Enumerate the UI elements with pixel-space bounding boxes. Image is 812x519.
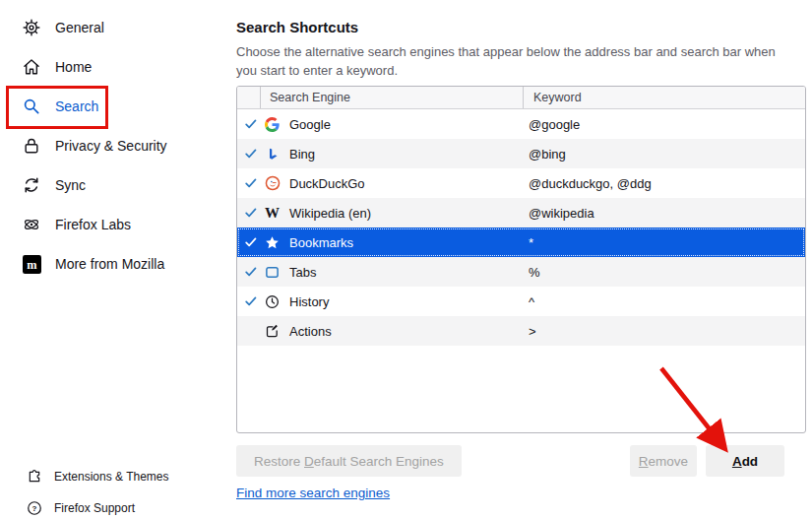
page-title: Search Shortcuts [236, 19, 358, 35]
restore-defaults-button[interactable]: Restore Default Search Engines [236, 445, 462, 477]
engine-name: History [289, 294, 529, 309]
actions-icon [265, 324, 289, 339]
sidebar-item-label: General [55, 20, 104, 35]
sidebar-item-label: Sync [55, 177, 86, 193]
engine-name: Bookmarks [289, 235, 529, 250]
sidebar-item-label: Privacy & Security [55, 138, 167, 154]
atom-icon [21, 214, 42, 235]
find-more-search-engines-link[interactable]: Find more search engines [236, 486, 390, 500]
engine-enabled-checkmark[interactable] [237, 176, 265, 190]
engine-keyword: * [529, 235, 805, 250]
bookmarks-icon [265, 235, 289, 250]
engine-enabled-checkmark[interactable] [237, 265, 265, 279]
engine-name: Bing [289, 147, 529, 162]
sidebar-item-general[interactable]: General [0, 8, 231, 47]
engine-keyword: @google [529, 117, 805, 132]
settings-sidebar: General Home Search [0, 8, 231, 284]
svg-text:m: m [27, 258, 37, 272]
table-body: Google @google Bing @bing DuckDuckGo @du… [237, 109, 805, 346]
table-row[interactable]: W Wikipedia (en) @wikipedia [237, 198, 805, 227]
duckduckgo-icon [265, 175, 289, 191]
keyword-column-header[interactable]: Keyword [524, 87, 805, 108]
engine-keyword: ^ [529, 294, 805, 309]
table-row[interactable]: Actions > [237, 316, 805, 346]
sidebar-item-label: Home [55, 59, 92, 75]
engine-name: Tabs [289, 265, 529, 280]
sync-icon [21, 174, 42, 196]
sidebar-item-firefox-support[interactable]: ? Firefox Support [0, 497, 135, 519]
table-row[interactable]: Bing @bing [237, 139, 805, 168]
table-row[interactable]: History ^ [237, 287, 805, 316]
gear-icon [21, 17, 42, 38]
engine-keyword: @bing [529, 147, 805, 162]
engine-keyword: % [529, 265, 805, 280]
engine-name: DuckDuckGo [289, 176, 529, 191]
firefox-settings-search-page: General Home Search [0, 0, 812, 519]
wikipedia-icon: W [265, 206, 289, 221]
engine-enabled-checkmark[interactable] [237, 206, 265, 220]
engine-name: Actions [289, 324, 529, 339]
page-description: Choose the alternative search engines th… [236, 42, 789, 80]
sidebar-item-label: Firefox Labs [55, 217, 131, 232]
engine-enabled-checkmark[interactable] [237, 235, 265, 249]
engine-name: Google [289, 117, 529, 132]
search-icon [21, 96, 42, 117]
add-button[interactable]: Add [706, 445, 784, 477]
bing-icon [265, 147, 289, 162]
engine-enabled-checkmark[interactable] [237, 294, 265, 308]
mozilla-icon: m [21, 253, 42, 275]
search-shortcuts-table: Search Engine Keyword Google @google Bin… [236, 86, 806, 433]
table-row[interactable]: DuckDuckGo @duckduckgo, @ddg [237, 168, 805, 198]
history-icon [265, 294, 289, 309]
engine-keyword: @duckduckgo, @ddg [529, 176, 805, 191]
enabled-column-header[interactable] [237, 87, 261, 108]
remove-button[interactable]: Remove [630, 445, 697, 477]
puzzle-icon [26, 469, 42, 486]
engine-enabled-checkmark[interactable] [237, 147, 265, 161]
tabs-icon [265, 265, 289, 280]
home-icon [21, 56, 42, 78]
help-icon: ? [26, 500, 42, 517]
table-header: Search Engine Keyword [237, 87, 805, 109]
lock-icon [21, 135, 42, 157]
google-icon [265, 117, 289, 132]
engine-name: Wikipedia (en) [289, 206, 529, 221]
sidebar-item-search[interactable]: Search [0, 87, 231, 126]
sidebar-footer-label: Extensions & Themes [54, 470, 169, 484]
sidebar-item-privacy-security[interactable]: Privacy & Security [0, 126, 231, 165]
sidebar-item-home[interactable]: Home [0, 47, 231, 87]
search-engine-column-header[interactable]: Search Engine [261, 87, 524, 108]
engine-keyword: @wikipedia [529, 206, 805, 221]
table-row[interactable]: Bookmarks * [237, 227, 805, 257]
sidebar-item-extensions-themes[interactable]: Extensions & Themes [0, 466, 169, 487]
svg-text:?: ? [31, 504, 36, 513]
engine-keyword: > [529, 324, 805, 339]
sidebar-footer-label: Firefox Support [54, 501, 135, 515]
table-row[interactable]: Tabs % [237, 257, 805, 287]
sidebar-item-label: More from Mozilla [55, 256, 164, 272]
sidebar-item-sync[interactable]: Sync [0, 165, 231, 205]
sidebar-item-label: Search [55, 98, 98, 114]
engine-enabled-checkmark[interactable] [237, 117, 265, 131]
sidebar-item-firefox-labs[interactable]: Firefox Labs [0, 205, 231, 244]
table-row[interactable]: Google @google [237, 109, 805, 139]
sidebar-item-more-from-mozilla[interactable]: m More from Mozilla [0, 244, 231, 284]
